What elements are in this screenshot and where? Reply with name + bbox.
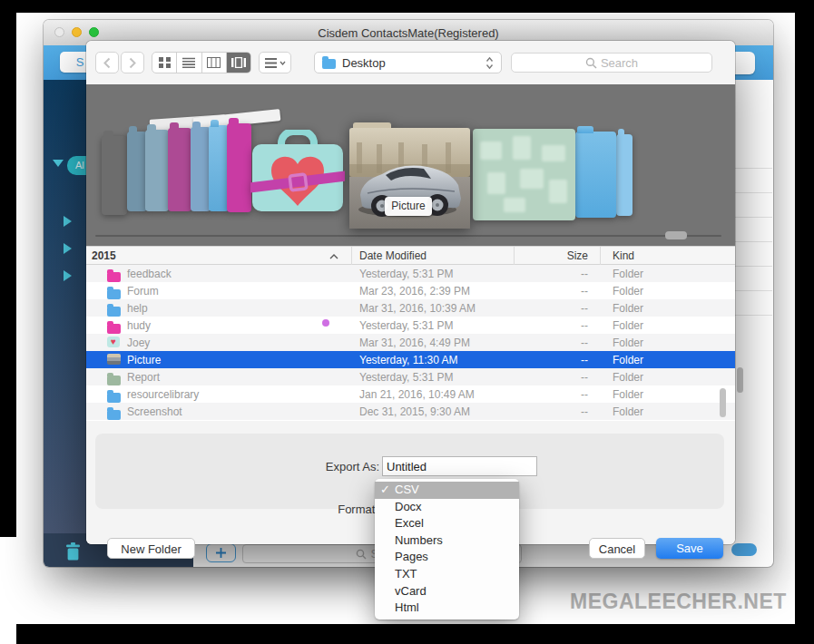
column-view-icon xyxy=(207,57,221,68)
disclosure-open-icon[interactable] xyxy=(53,160,64,167)
disclosure-closed-icon[interactable] xyxy=(64,243,72,254)
file-date: Mar 31, 2016, 4:49 PM xyxy=(359,337,470,349)
coverflow-folder[interactable] xyxy=(191,127,211,211)
column-header-name[interactable]: 2015 xyxy=(92,249,116,262)
coverflow-scrollbar-track[interactable] xyxy=(95,235,721,237)
coverflow-view-button[interactable] xyxy=(227,53,250,73)
table-row[interactable]: Forum Mar 23, 2016, 2:39 PM -- Folder xyxy=(86,282,735,299)
contact-list-scrollbar[interactable] xyxy=(737,367,743,393)
table-row[interactable]: Report Yesterday, 5:31 PM -- Folder xyxy=(86,368,735,385)
icon-view-button[interactable] xyxy=(152,53,177,73)
file-size: -- xyxy=(513,371,588,384)
file-size: -- xyxy=(513,268,588,280)
format-menu-item-label: TXT xyxy=(395,567,417,581)
coverflow-scrollbar-thumb[interactable] xyxy=(665,231,687,239)
file-name: help xyxy=(127,302,148,315)
cancel-button[interactable]: Cancel xyxy=(589,538,645,559)
file-name: resourcelibrary xyxy=(127,388,199,401)
format-menu-item-label: Html xyxy=(395,600,419,614)
file-table-body: feedback Yesterday, 5:31 PM -- Folder Fo… xyxy=(86,265,735,421)
column-header-size[interactable]: Size xyxy=(522,249,588,262)
file-kind: Folder xyxy=(613,337,643,349)
coverflow-folder[interactable] xyxy=(227,123,251,212)
forward-button[interactable] xyxy=(121,52,144,73)
screenshot-root: Cisdem ContactsMate(Registered) S Al xyxy=(0,0,814,644)
checkmark-icon: ✓ xyxy=(380,482,393,499)
list-view-button[interactable] xyxy=(177,53,201,73)
file-kind: Folder xyxy=(613,405,643,418)
table-row[interactable]: ♥ Joey Mar 31, 2016, 4:49 PM -- Folder xyxy=(86,334,735,351)
view-mode-segmented-control xyxy=(152,52,251,73)
dialog-search-placeholder: Search xyxy=(601,56,638,70)
file-date: Yesterday, 5:31 PM xyxy=(359,371,453,384)
format-menu-item[interactable]: TXT xyxy=(375,566,519,583)
column-view-button[interactable] xyxy=(202,53,227,73)
chevron-left-icon xyxy=(103,57,112,69)
tag-dot xyxy=(322,319,329,327)
file-kind: Folder xyxy=(613,354,643,366)
column-header-date[interactable]: Date Modified xyxy=(359,249,427,262)
format-menu-item-label: Numbers xyxy=(395,533,443,547)
file-size: -- xyxy=(513,337,588,349)
format-menu-item[interactable]: Html xyxy=(375,600,519,617)
coverflow-view-icon xyxy=(231,57,246,68)
disclosure-closed-icon[interactable] xyxy=(64,216,72,227)
coverflow-folder[interactable] xyxy=(575,132,616,218)
new-folder-button[interactable]: New Folder xyxy=(107,538,195,559)
file-size: -- xyxy=(513,319,588,332)
trash-icon[interactable] xyxy=(65,542,81,561)
coverflow-folder[interactable] xyxy=(145,130,169,211)
save-button[interactable]: Save xyxy=(656,538,723,559)
table-row[interactable]: feedback Yesterday, 5:31 PM -- Folder xyxy=(86,265,735,282)
file-date: Jan 21, 2016, 10:49 AM xyxy=(359,388,475,401)
search-icon xyxy=(585,57,597,69)
table-row[interactable]: help Mar 31, 2016, 10:39 AM -- Folder xyxy=(86,299,735,317)
filename-input[interactable] xyxy=(382,456,537,476)
location-select[interactable]: Desktop xyxy=(314,52,502,73)
file-date: Yesterday, 5:31 PM xyxy=(359,268,453,280)
format-menu-item-label: Excel xyxy=(395,516,424,530)
folder-icon xyxy=(322,59,336,69)
file-icon: ♥ xyxy=(107,337,120,347)
coverflow-folder[interactable] xyxy=(616,134,633,216)
file-date: Dec 31, 2015, 9:30 AM xyxy=(359,405,470,418)
coverflow-folder[interactable] xyxy=(127,132,147,211)
add-button[interactable] xyxy=(206,543,236,562)
disclosure-closed-icon[interactable] xyxy=(64,270,72,281)
file-name: Joey xyxy=(127,337,150,349)
format-menu-item-label: CSV xyxy=(395,483,419,496)
table-scrollbar-thumb[interactable] xyxy=(720,388,726,417)
file-date: Mar 23, 2016, 2:39 PM xyxy=(359,285,470,298)
window-title: Cisdem ContactsMate(Registered) xyxy=(44,26,773,40)
table-row[interactable]: resourcelibrary Jan 21, 2016, 10:49 AM -… xyxy=(86,385,735,403)
coverflow-folder[interactable] xyxy=(209,125,229,211)
back-button[interactable] xyxy=(95,52,119,73)
table-row[interactable]: Picture Yesterday, 11:30 AM -- Folder xyxy=(86,351,735,368)
table-row[interactable]: hudy Yesterday, 5:31 PM -- Folder xyxy=(86,317,735,334)
format-menu-item[interactable]: Docx xyxy=(375,499,519,516)
dialog-search-field[interactable]: Search xyxy=(511,53,712,73)
coverflow-folder[interactable] xyxy=(102,136,127,215)
coverflow-folder-textured[interactable] xyxy=(473,129,575,220)
format-menu: ✓ CSV Docx Excel Numbers Pages TXT vCard… xyxy=(375,479,519,620)
app-bottom-right-button[interactable] xyxy=(731,543,757,556)
file-kind: Folder xyxy=(613,302,643,315)
format-menu-item[interactable]: ✓ CSV xyxy=(375,482,519,499)
table-row[interactable]: Screenshot Dec 31, 2015, 9:30 AM -- Fold… xyxy=(86,403,735,420)
file-kind: Folder xyxy=(613,371,643,384)
format-menu-item[interactable]: Excel xyxy=(375,515,519,532)
format-menu-item[interactable]: Pages xyxy=(375,549,519,566)
arrange-button[interactable] xyxy=(259,52,291,73)
file-name: Screenshot xyxy=(127,405,182,418)
heart-bag-folder[interactable] xyxy=(250,130,345,213)
file-name: Report xyxy=(127,371,160,384)
grid-view-icon xyxy=(159,57,171,68)
coverflow-folder[interactable] xyxy=(168,128,191,211)
letterbox-left xyxy=(0,0,16,537)
column-header-kind[interactable]: Kind xyxy=(613,249,634,262)
format-menu-item[interactable]: vCard xyxy=(375,583,519,600)
format-menu-item[interactable]: Numbers xyxy=(375,532,519,550)
file-icon xyxy=(107,354,121,365)
format-menu-item-label: vCard xyxy=(395,584,427,598)
file-kind: Folder xyxy=(613,285,643,298)
